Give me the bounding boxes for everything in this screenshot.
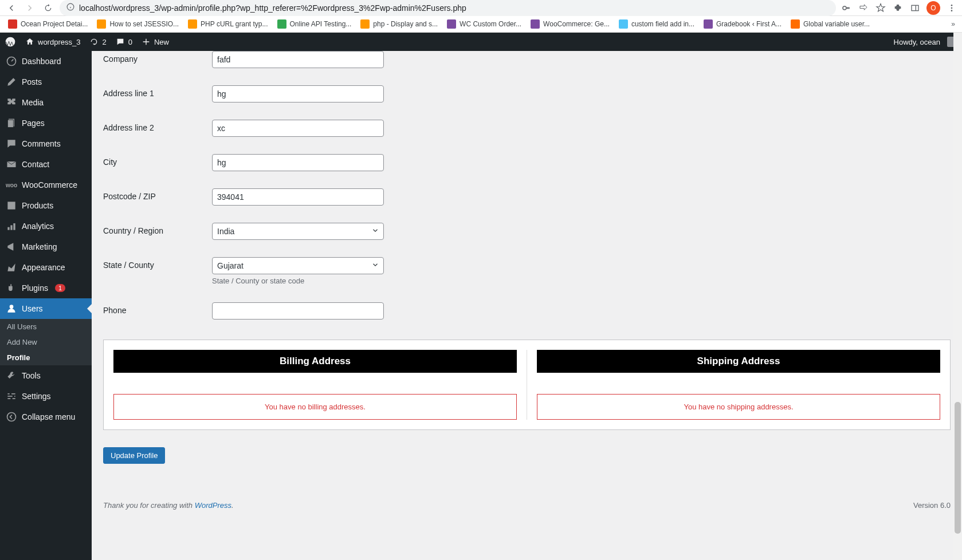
- sidebar-item-dashboard[interactable]: Dashboard: [0, 51, 92, 72]
- chrome-menu-icon[interactable]: [946, 2, 957, 14]
- sidebar-item-label: Dashboard: [22, 57, 61, 66]
- sidebar-item-label: Posts: [22, 77, 42, 86]
- sidebar-item-tools[interactable]: Tools: [0, 365, 92, 386]
- sidebar-item-label: Comments: [22, 139, 61, 148]
- shipping-empty: You have no shipping addresses.: [537, 394, 940, 420]
- svg-rect-18: [11, 393, 15, 395]
- sidebar-item-comments[interactable]: Comments: [0, 133, 92, 154]
- site-home[interactable]: wordpress_3: [21, 33, 85, 51]
- star-icon[interactable]: [875, 2, 886, 14]
- sidebar-item-plugins[interactable]: Plugins1: [0, 278, 92, 298]
- city-input[interactable]: [212, 154, 384, 171]
- new-link[interactable]: New: [137, 33, 174, 51]
- scrollbar-thumb[interactable]: [955, 402, 961, 534]
- bookmark-favicon: [360, 19, 370, 29]
- address1-input[interactable]: [212, 85, 384, 102]
- wp-footer: Thank you for creating with WordPress. V…: [103, 492, 951, 510]
- bookmark-item[interactable]: How to set JSESSIO...: [93, 17, 182, 31]
- content-area: Company Address line 1 Address line 2 Ci…: [92, 51, 962, 560]
- state-label: State / County: [103, 257, 212, 270]
- bookmark-favicon: [188, 19, 197, 29]
- sidebar-item-products[interactable]: Products: [0, 195, 92, 216]
- sidebar-item-label: Settings: [22, 392, 51, 401]
- sidebar-item-settings[interactable]: Settings: [0, 386, 92, 407]
- bookmark-label: custom field add in...: [631, 20, 694, 28]
- sidebar-item-analytics[interactable]: Analytics: [0, 216, 92, 236]
- address2-input[interactable]: [212, 120, 384, 137]
- chrome-avatar[interactable]: O: [926, 1, 940, 15]
- bookmark-label: PHP cURL grant typ...: [201, 20, 268, 28]
- sidebar-item-media[interactable]: Media: [0, 92, 92, 113]
- svg-rect-15: [13, 223, 15, 230]
- bookmark-item[interactable]: Gradebook ‹ First A...: [700, 17, 785, 31]
- bookmark-item[interactable]: Ocean Project Detai...: [5, 17, 91, 31]
- panel-icon[interactable]: [909, 2, 921, 14]
- address2-label: Address line 2: [103, 120, 212, 132]
- updates-link[interactable]: 2: [85, 33, 111, 51]
- sidebar-item-collapse-menu[interactable]: Collapse menu: [0, 407, 92, 427]
- sidebar-item-label: Contact: [22, 160, 49, 169]
- svg-rect-14: [10, 225, 12, 230]
- bookmark-label: Gradebook ‹ First A...: [716, 20, 782, 28]
- bookmark-favicon: [619, 19, 628, 29]
- svg-rect-17: [7, 393, 9, 395]
- share-icon[interactable]: [858, 2, 869, 14]
- sidebar-item-label: Media: [22, 98, 44, 107]
- back-button[interactable]: [5, 1, 18, 15]
- submenu-item-add-new[interactable]: Add New: [0, 334, 92, 350]
- woo-icon: woo: [6, 179, 17, 191]
- sidebar-item-marketing[interactable]: Marketing: [0, 236, 92, 257]
- country-select[interactable]: India: [212, 223, 384, 240]
- forward-button[interactable]: [23, 1, 37, 15]
- submenu-item-all-users[interactable]: All Users: [0, 319, 92, 334]
- users-icon: [6, 303, 17, 314]
- footer-wp-link[interactable]: WordPress: [195, 501, 231, 510]
- sidebar-item-posts[interactable]: Posts: [0, 72, 92, 92]
- postcode-input[interactable]: [212, 188, 384, 206]
- admin-sidebar: DashboardPostsMediaPagesCommentsContactw…: [0, 51, 92, 560]
- howdy-user[interactable]: Howdy, ocean: [889, 33, 962, 51]
- footer-version: Version 6.0: [913, 501, 951, 510]
- svg-rect-22: [13, 398, 15, 399]
- browser-toolbar: localhost/wordpress_3/wp-admin/profile.p…: [0, 0, 962, 16]
- tools-icon: [6, 370, 17, 381]
- update-profile-button[interactable]: Update Profile: [103, 447, 165, 464]
- company-input[interactable]: [212, 51, 384, 68]
- sidebar-item-contact[interactable]: Contact: [0, 154, 92, 175]
- analytics-icon: [6, 220, 17, 232]
- billing-empty: You have no billing addresses.: [113, 394, 517, 420]
- dashboard-icon: [6, 56, 17, 67]
- bookmark-label: php - Display and s...: [373, 20, 438, 28]
- svg-point-5: [951, 7, 953, 9]
- state-select[interactable]: Gujarat: [212, 257, 384, 274]
- submenu-item-profile[interactable]: Profile: [0, 350, 92, 365]
- bookmarks-overflow[interactable]: »: [949, 18, 957, 30]
- sidebar-item-woocommerce[interactable]: wooWooCommerce: [0, 175, 92, 195]
- bookmark-item[interactable]: WC Custom Order...: [443, 17, 525, 31]
- bookmark-item[interactable]: Online API Testing...: [274, 17, 355, 31]
- bookmark-item[interactable]: custom field add in...: [615, 17, 698, 31]
- bookmark-item[interactable]: WooCommerce: Ge...: [527, 17, 613, 31]
- svg-rect-13: [7, 227, 9, 230]
- bookmark-item[interactable]: php - Display and s...: [357, 17, 441, 31]
- address1-label: Address line 1: [103, 85, 212, 98]
- url-bar[interactable]: localhost/wordpress_3/wp-admin/profile.p…: [60, 0, 836, 16]
- reload-button[interactable]: [41, 1, 55, 15]
- comments-link[interactable]: 0: [111, 33, 137, 51]
- collapse-icon: [6, 411, 17, 423]
- sidebar-item-pages[interactable]: Pages: [0, 113, 92, 133]
- extensions-icon[interactable]: [892, 2, 904, 14]
- comments-count: 0: [128, 38, 132, 46]
- city-label: City: [103, 154, 212, 167]
- wp-logo[interactable]: [0, 33, 21, 51]
- sidebar-item-users[interactable]: Users: [0, 298, 92, 319]
- bookmark-item[interactable]: PHP cURL grant typ...: [184, 17, 271, 31]
- company-label: Company: [103, 51, 212, 64]
- scrollbar[interactable]: [953, 33, 962, 560]
- billing-header: Billing Address: [113, 350, 517, 373]
- marketing-icon: [6, 241, 17, 253]
- sidebar-item-appearance[interactable]: Appearance: [0, 257, 92, 278]
- phone-input[interactable]: [212, 302, 384, 320]
- bookmark-item[interactable]: Global variable user...: [787, 17, 873, 31]
- key-icon[interactable]: [841, 2, 852, 14]
